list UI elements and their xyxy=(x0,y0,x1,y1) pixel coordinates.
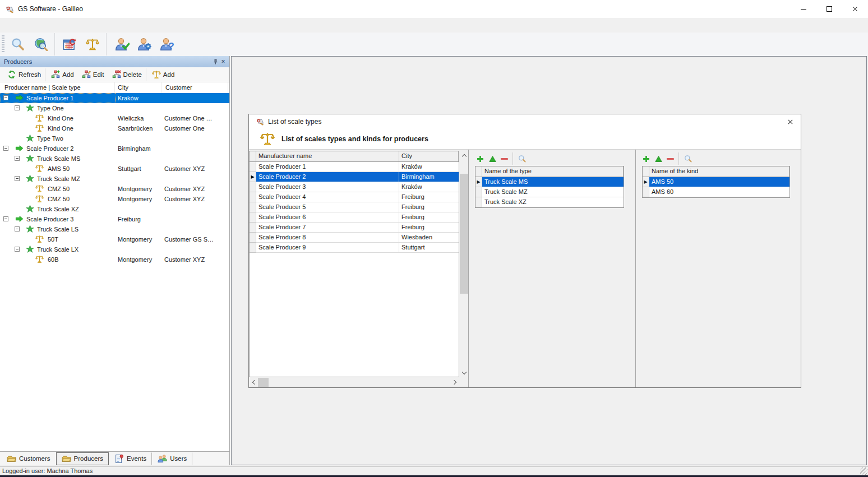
Truck Scale XZ[interactable]: Truck Scale XZ xyxy=(0,204,229,214)
producers-panel-header: Producers × xyxy=(0,56,229,67)
column-type-name[interactable]: Name of the type xyxy=(482,166,624,177)
tab-producers[interactable]: Producers xyxy=(56,452,109,465)
60B[interactable]: 60B Montgomery Customer XYZ xyxy=(0,254,229,265)
collapse-box-icon[interactable] xyxy=(15,156,20,161)
Scale Producer 9[interactable]: ▶ Scale Producer 9 Stuttgart xyxy=(250,243,459,253)
collapse-box-icon[interactable] xyxy=(3,146,8,151)
Scale Producer 5[interactable]: ▶ Scale Producer 5 Freiburg xyxy=(250,202,459,212)
edit-type-button[interactable] xyxy=(486,152,498,165)
user-settings-button[interactable] xyxy=(132,33,155,55)
Truck Scale LS[interactable]: Truck Scale LS xyxy=(0,224,229,234)
kinds-rows: ▶ AMS 50 ▶ AMS 60 xyxy=(643,177,789,197)
Truck Scale MS[interactable]: Truck Scale MS xyxy=(0,154,229,164)
AMS 50[interactable]: ▶ AMS 50 xyxy=(643,177,789,187)
Truck Scale MS[interactable]: ▶ Truck Scale MS xyxy=(475,177,624,187)
scales-button[interactable] xyxy=(81,33,107,55)
AMS 50[interactable]: AMS 50 Stuttgart Customer XYZ xyxy=(0,164,229,174)
toolbar-button-icon xyxy=(84,36,101,53)
Truck Scale LX[interactable]: Truck Scale LX xyxy=(0,244,229,254)
row-indicator: ▶ xyxy=(643,187,649,197)
delete-type-button[interactable] xyxy=(498,152,513,165)
Truck Scale MZ[interactable]: ▶ Truck Scale MZ xyxy=(475,187,624,197)
Scale Producer 1[interactable]: ▶ Scale Producer 1 Kraków xyxy=(250,162,459,172)
user-approve-button[interactable] xyxy=(110,33,132,55)
type-name-cell: Truck Scale MS xyxy=(482,177,624,187)
Kind One[interactable]: Kind One Wieliczka Customer One … xyxy=(0,113,229,123)
CMZ 50[interactable]: CMZ 50 Montgomery Customer XYZ xyxy=(0,184,229,194)
scroll-right-icon[interactable] xyxy=(450,378,459,387)
search-type-button[interactable] xyxy=(516,152,528,165)
scroll-left-icon[interactable] xyxy=(249,378,258,387)
toolbar-button-icon xyxy=(33,36,49,53)
window-title: GS Software - Galileo xyxy=(18,5,83,13)
manufacturer-city-cell: Freiburg xyxy=(399,202,459,212)
column-manufacturer-name[interactable]: Manufacturer name xyxy=(256,151,399,161)
tree-row-name: Truck Scale MZ xyxy=(37,174,80,184)
Scale Producer 8[interactable]: ▶ Scale Producer 8 Wiesbaden xyxy=(250,233,459,243)
horizontal-scroll-thumb[interactable] xyxy=(258,378,269,387)
column-producer-name[interactable]: Producer name | Scale type xyxy=(0,82,115,93)
collapse-box-icon[interactable] xyxy=(15,226,20,231)
column-kind-name[interactable]: Name of the kind xyxy=(649,166,789,177)
collapse-box-icon[interactable] xyxy=(15,247,20,252)
vertical-scroll-thumb[interactable] xyxy=(460,174,468,294)
edit-kind-button[interactable] xyxy=(652,152,664,165)
column-manufacturer-city[interactable]: City xyxy=(399,151,459,161)
column-city[interactable]: City xyxy=(115,82,161,93)
dialog-close-button[interactable] xyxy=(784,117,796,127)
add-scale-button[interactable]: Add xyxy=(148,68,178,81)
collapse-box-icon[interactable] xyxy=(15,176,20,181)
Scale Producer 3[interactable]: ▶ Scale Producer 3 Kraków xyxy=(250,182,459,192)
global-search-button[interactable] xyxy=(29,33,55,55)
tab-users[interactable]: Users xyxy=(152,452,192,465)
manufacturer-city-cell: Freiburg xyxy=(399,212,459,223)
refresh-button[interactable]: Refresh xyxy=(3,68,45,81)
column-customer[interactable]: Customer xyxy=(161,82,228,93)
maximize-button[interactable] xyxy=(816,0,842,18)
scroll-down-icon[interactable] xyxy=(460,368,468,377)
add-kind-button[interactable] xyxy=(640,152,652,165)
user-help-button[interactable] xyxy=(155,33,177,55)
Type Two[interactable]: Type Two xyxy=(0,133,229,143)
panel-close-icon[interactable]: × xyxy=(219,58,227,66)
collapse-box-icon[interactable] xyxy=(15,105,20,110)
scroll-up-icon[interactable] xyxy=(460,151,468,160)
tab-events[interactable]: Events xyxy=(109,452,152,465)
CMZ 50[interactable]: CMZ 50 Montgomery Customer XYZ xyxy=(0,194,229,204)
Truck Scale MZ[interactable]: Truck Scale MZ xyxy=(0,174,229,184)
row-indicator: ▶ xyxy=(475,197,482,207)
close-button[interactable] xyxy=(842,0,868,18)
Type One[interactable]: Type One xyxy=(0,103,229,113)
Scale Producer 4[interactable]: ▶ Scale Producer 4 Freiburg xyxy=(250,192,459,202)
resize-grip[interactable] xyxy=(860,467,867,475)
tab-customers[interactable]: Customers xyxy=(1,452,56,465)
50T[interactable]: 50T Montgomery Customer GS S… xyxy=(0,234,229,244)
collapse-box-icon[interactable] xyxy=(3,216,8,221)
Kind One[interactable]: Kind One Saarbrücken Customer One xyxy=(0,123,229,133)
Scale Producer 2[interactable]: ▶ Scale Producer 2 Birmingham xyxy=(250,172,459,182)
row-indicator: ▶ xyxy=(250,243,256,253)
schedule-button[interactable] xyxy=(58,33,81,55)
search-kind-button[interactable] xyxy=(682,152,694,165)
Truck Scale XZ[interactable]: ▶ Truck Scale XZ xyxy=(475,197,624,207)
add-producer-button[interactable]: Add xyxy=(47,68,77,81)
minimize-button[interactable] xyxy=(791,0,816,18)
collapse-box-icon[interactable] xyxy=(3,95,8,100)
search-button[interactable] xyxy=(7,33,29,55)
delete-kind-button[interactable] xyxy=(664,152,679,165)
pin-icon[interactable] xyxy=(212,58,219,66)
manufacturer-city-cell: Kraków xyxy=(399,182,459,192)
Scale Producer 2[interactable]: Scale Producer 2 Birmingham xyxy=(0,143,229,154)
Scale Producer 7[interactable]: ▶ Scale Producer 7 Freiburg xyxy=(250,223,459,233)
AMS 60[interactable]: ▶ AMS 60 xyxy=(643,187,789,197)
add-type-button[interactable] xyxy=(474,152,486,165)
horizontal-scrollbar[interactable] xyxy=(249,378,459,387)
delete-producer-button[interactable]: Delete xyxy=(108,68,146,81)
vertical-scrollbar[interactable] xyxy=(460,151,468,377)
manufacturer-city-cell: Stuttgart xyxy=(399,243,459,253)
Scale Producer 3[interactable]: Scale Producer 3 Freiburg xyxy=(0,214,229,224)
Scale Producer 1[interactable]: Scale Producer 1 Kraków xyxy=(0,93,229,103)
toolbar-grip[interactable] xyxy=(2,35,4,53)
edit-producer-button[interactable]: Edit xyxy=(78,68,108,81)
Scale Producer 6[interactable]: ▶ Scale Producer 6 Freiburg xyxy=(250,212,459,223)
